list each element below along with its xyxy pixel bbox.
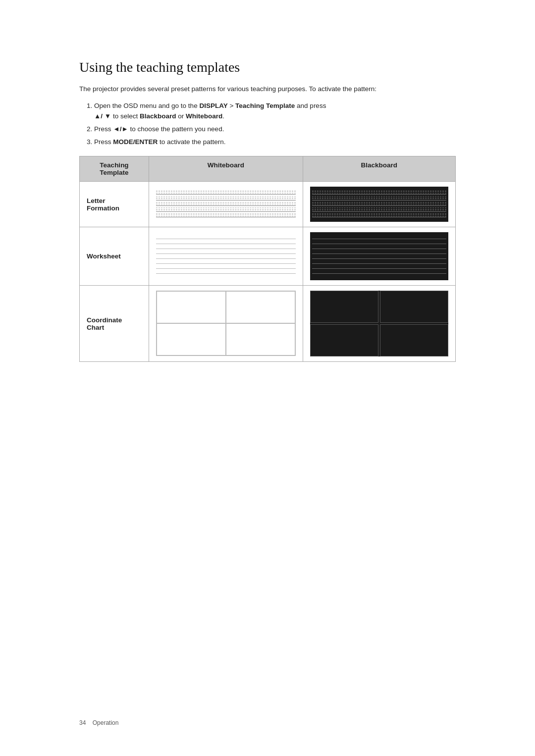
page-number: 34: [79, 719, 86, 726]
blackboard-coordinate-preview: [303, 286, 455, 362]
bb-lf-visual: [310, 187, 448, 222]
coord-bb-cell-1: [310, 291, 378, 323]
wb-coord-visual: [156, 291, 296, 356]
section-label: Operation: [93, 719, 119, 726]
blackboard-letter-preview: [303, 182, 455, 227]
coord-bb-cell-2: [380, 291, 448, 323]
whiteboard-letter-preview: [149, 182, 303, 227]
whiteboard-coordinate-preview: [149, 286, 303, 362]
bb-ws-visual: [310, 232, 448, 280]
blackboard-worksheet-preview: [303, 227, 455, 286]
col-header-blackboard: Blackboard: [303, 156, 455, 182]
coord-bb-cell-3: [310, 324, 378, 356]
wb-ws-visual: [156, 232, 296, 280]
row-label-coordinate: CoordinateChart: [80, 286, 149, 362]
steps-list: Open the OSD menu and go to the DISPLAY …: [94, 101, 456, 147]
coord-wb-cell-4: [226, 323, 295, 355]
col-header-template: Teaching Template: [80, 156, 149, 182]
table-row: Worksheet: [80, 227, 456, 286]
whiteboard-worksheet-preview: [149, 227, 303, 286]
coord-bb-cell-4: [380, 324, 448, 356]
coord-wb-cell-1: [157, 291, 226, 323]
wb-lf-visual: [156, 187, 296, 222]
col-header-whiteboard: Whiteboard: [149, 156, 303, 182]
coord-wb-cell-2: [226, 291, 295, 323]
table-row: CoordinateChart: [80, 286, 456, 362]
row-label-letter: LetterFormation: [80, 182, 149, 227]
step-2: Press ◄/► to choose the pattern you need…: [94, 124, 456, 134]
page-title: Using the teaching templates: [79, 59, 456, 75]
row-label-worksheet: Worksheet: [80, 227, 149, 286]
step-1: Open the OSD menu and go to the DISPLAY …: [94, 101, 456, 121]
table-header-row: Teaching Template Whiteboard Blackboard: [80, 156, 456, 182]
coord-wb-cell-3: [157, 323, 226, 355]
teaching-table: Teaching Template Whiteboard Blackboard …: [79, 156, 456, 362]
table-row: LetterFormation: [80, 182, 456, 227]
intro-paragraph: The projector provides several preset pa…: [79, 84, 456, 94]
page-content: Using the teaching templates The project…: [0, 0, 535, 402]
bb-coord-visual: [310, 291, 448, 356]
step-3: Press MODE/ENTER to activate the pattern…: [94, 137, 456, 147]
page-footer: 34 Operation: [79, 719, 118, 726]
